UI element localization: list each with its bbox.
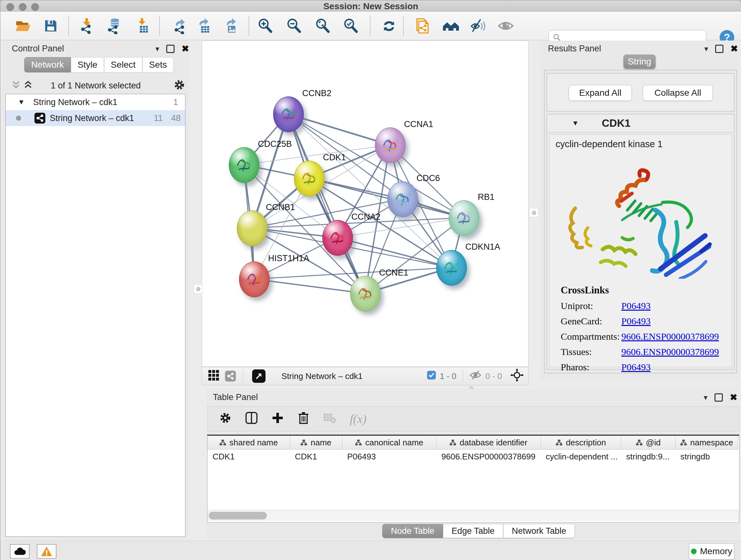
expand-all-button[interactable]: Expand All xyxy=(569,85,632,101)
col-database-identifier[interactable]: database identifier xyxy=(436,436,541,449)
node-label: CDC6 xyxy=(416,173,440,183)
table-gear-icon[interactable] xyxy=(219,412,232,427)
right-splitter-grip[interactable] xyxy=(529,208,538,217)
tab-network-table[interactable]: Network Table xyxy=(503,524,575,538)
network-node-HIST1H1A[interactable] xyxy=(239,261,270,297)
toolbar-separator xyxy=(68,16,69,36)
protein-thumbnail-icon xyxy=(328,228,347,248)
section-collapse-icon[interactable]: ▼ xyxy=(572,119,579,127)
hide-display-icon[interactable] xyxy=(469,17,487,35)
panel-float-icon[interactable]: ▾ xyxy=(704,44,708,53)
crosslinks-title: CrossLinks xyxy=(561,285,727,296)
home-icon[interactable] xyxy=(442,17,460,35)
collapse-all-button[interactable]: Collapse All xyxy=(643,85,713,101)
cell-namespace[interactable]: stringdb xyxy=(675,449,738,464)
main-toolbar: ? xyxy=(0,11,741,40)
gene-section-header[interactable]: ▼ CDK1 xyxy=(547,114,734,132)
panel-maximize-icon[interactable] xyxy=(166,45,175,53)
import-network-database-icon[interactable] xyxy=(105,17,123,35)
tab-sets[interactable]: Sets xyxy=(142,57,174,72)
panel-maximize-icon[interactable] xyxy=(715,45,724,53)
cell-id[interactable]: stringdb:9... xyxy=(621,449,675,464)
gene-section: ▼ CDK1 cyclin-dependent kinase 1 xyxy=(547,114,734,369)
panel-close-icon[interactable]: ✖ xyxy=(730,394,737,401)
network-node-CCNB1[interactable] xyxy=(237,210,267,246)
network-node-CDK1[interactable] xyxy=(294,161,325,196)
tab-network[interactable]: Network xyxy=(24,57,71,72)
cell-name[interactable]: CDK1 xyxy=(290,449,342,464)
col-namespace[interactable]: namespace xyxy=(675,436,738,449)
node-label: RB1 xyxy=(478,192,495,202)
add-column-icon[interactable] xyxy=(271,412,284,427)
birdseye-view-icon[interactable] xyxy=(510,368,524,384)
cell-canonical-name[interactable]: P06493 xyxy=(342,449,436,464)
panel-float-icon[interactable]: ▾ xyxy=(155,44,159,53)
selected-checkbox-icon[interactable] xyxy=(427,371,436,382)
cloud-button[interactable] xyxy=(10,544,30,559)
network-node-CDKN1A[interactable] xyxy=(436,250,467,286)
tab-edge-table[interactable]: Edge Table xyxy=(443,524,503,538)
crosslink-tissues[interactable]: 9606.ENSP00000378699 xyxy=(621,347,727,357)
network-node-CCNB2[interactable] xyxy=(273,97,304,132)
export-table-icon[interactable] xyxy=(195,17,213,35)
tab-string[interactable]: String xyxy=(623,55,656,69)
col-name[interactable]: name xyxy=(290,436,342,449)
zoom-selected-icon[interactable] xyxy=(342,17,360,35)
col-shared-name[interactable]: shared name xyxy=(207,436,290,449)
left-splitter-grip[interactable] xyxy=(194,285,203,294)
warning-button[interactable] xyxy=(37,544,57,559)
import-network-file-icon[interactable] xyxy=(78,17,96,35)
network-node-CCNE1[interactable] xyxy=(350,276,381,312)
panel-float-icon[interactable]: ▾ xyxy=(704,393,708,402)
grid-view-icon[interactable] xyxy=(208,369,219,383)
export-network-icon[interactable] xyxy=(172,17,189,35)
refresh-icon[interactable] xyxy=(380,17,398,35)
hidden-eye-icon[interactable] xyxy=(469,370,482,383)
share-document-icon[interactable] xyxy=(413,17,431,35)
panel-maximize-icon[interactable] xyxy=(715,393,723,401)
tab-node-table[interactable]: Node Table xyxy=(382,524,443,538)
column-browser-icon[interactable] xyxy=(245,412,258,427)
delete-column-icon[interactable] xyxy=(297,411,310,427)
crosslink-pharos[interactable]: P06493 xyxy=(621,362,727,373)
col-id[interactable]: @id xyxy=(621,436,675,449)
crosslink-uniprot[interactable]: P06493 xyxy=(621,300,727,311)
cell-description[interactable]: cyclin-dependent ... xyxy=(541,449,621,464)
tab-select[interactable]: Select xyxy=(104,57,142,72)
col-canonical-name[interactable]: canonical name xyxy=(342,436,436,449)
network-options-gear-icon[interactable] xyxy=(173,79,185,93)
zoom-fit-icon[interactable] xyxy=(314,17,332,35)
network-node-CCNA1[interactable] xyxy=(375,127,406,163)
network-node-CDC6[interactable] xyxy=(387,181,418,217)
network-canvas[interactable]: CCNB2CCNA1CDC25BCDK1CDC6RB1CCNB1CCNA2CDK… xyxy=(202,41,529,367)
memory-button[interactable]: Memory xyxy=(689,543,734,559)
cell-shared-name[interactable]: CDK1 xyxy=(207,449,290,464)
table-horizontal-scrollbar[interactable] xyxy=(207,510,739,521)
launch-view-icon[interactable] xyxy=(252,369,266,383)
zoom-in-icon[interactable] xyxy=(256,17,274,35)
panel-close-icon[interactable]: ✖ xyxy=(731,46,738,52)
network-node-RB1[interactable] xyxy=(449,200,479,236)
import-table-icon[interactable] xyxy=(133,17,151,35)
network-view-type-icon[interactable] xyxy=(225,371,236,381)
zoom-out-icon[interactable] xyxy=(285,17,303,35)
export-image-icon[interactable] xyxy=(222,17,240,35)
save-session-icon[interactable] xyxy=(42,17,60,35)
tab-style[interactable]: Style xyxy=(71,57,104,72)
cell-database-identifier[interactable]: 9606.ENSP00000378699 xyxy=(436,449,541,464)
tree-expander-icon[interactable]: ▼ xyxy=(18,98,25,106)
panel-close-icon[interactable]: ✖ xyxy=(182,46,189,52)
network-row-selected[interactable]: String Network – cdk1 11 48 xyxy=(6,110,185,126)
current-network-dot-icon xyxy=(16,116,21,121)
crosslink-genecard[interactable]: P06493 xyxy=(621,316,727,327)
preview-eye-icon[interactable] xyxy=(497,17,515,35)
open-session-icon[interactable] xyxy=(14,17,31,35)
network-node-CCNA2[interactable] xyxy=(322,220,353,256)
scrollbar-thumb[interactable] xyxy=(209,512,267,519)
col-description[interactable]: description xyxy=(541,436,621,449)
network-node-CDC25B[interactable] xyxy=(229,147,259,183)
memory-status-icon xyxy=(691,549,697,554)
crosslink-compartments[interactable]: 9606.ENSP00000378699 xyxy=(621,331,727,342)
network-collection-row[interactable]: ▼ String Network – cdk1 1 xyxy=(6,94,185,110)
table-row[interactable]: CDK1 CDK1 P06493 9606.ENSP00000378699 cy… xyxy=(207,449,738,464)
